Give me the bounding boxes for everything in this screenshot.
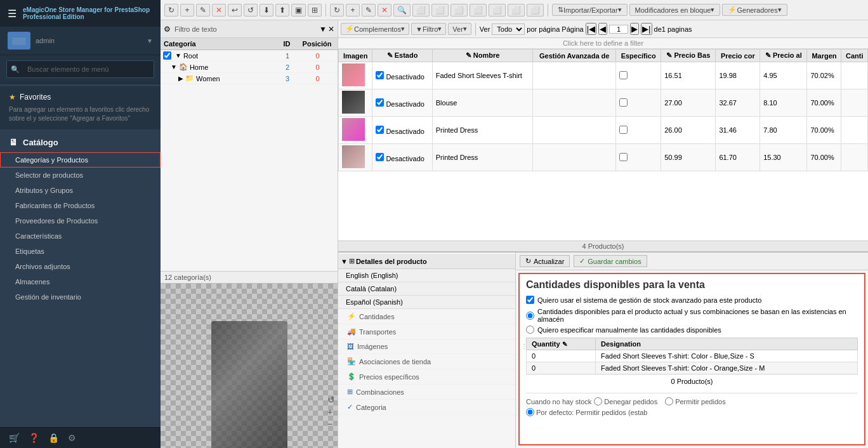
- estado-checkbox-2[interactable]: [376, 98, 384, 107]
- copy-button[interactable]: ⬜: [412, 4, 430, 16]
- importar-exportar-button[interactable]: ⇅ Importar/Exportar▾: [552, 4, 628, 16]
- expand-button[interactable]: ▣: [291, 4, 306, 16]
- first-page-button[interactable]: |◀: [586, 23, 596, 35]
- nav-item-precios[interactable]: 💲 Precios específicos: [338, 369, 515, 385]
- prev-page-button[interactable]: ◀: [598, 23, 607, 35]
- stock-checkbox[interactable]: [526, 296, 534, 304]
- hamburger-icon[interactable]: ☰: [8, 8, 16, 20]
- zoom-out-icon[interactable]: −: [327, 419, 335, 429]
- qty-row-2[interactable]: 0 Faded Short Sleeves T-shirt: Color - O…: [527, 362, 858, 374]
- tool5-button[interactable]: ⬜: [527, 4, 544, 16]
- add-button[interactable]: +: [180, 4, 194, 16]
- next-page-button[interactable]: ▶: [630, 23, 639, 35]
- root-checkbox[interactable]: [163, 51, 171, 60]
- sidebar-item-archivos-adjuntos[interactable]: Archivos adjuntos: [0, 259, 161, 274]
- delete2-button[interactable]: ✕: [378, 4, 391, 16]
- settings-icon[interactable]: ⚙: [68, 433, 76, 443]
- tree-row-home[interactable]: ▼ 🏠 Home 2 0: [161, 62, 338, 73]
- undo-button[interactable]: ↩: [228, 4, 242, 16]
- sidebar-item-gestion-inventario[interactable]: Gestión de inventario: [0, 289, 161, 305]
- refresh2-button[interactable]: ↻: [330, 4, 344, 16]
- filter-row[interactable]: Click here to define a filter: [338, 38, 868, 49]
- down-button[interactable]: ⬇: [260, 4, 273, 16]
- tree-row-root[interactable]: ▼ Root 1 0: [161, 50, 338, 62]
- nav-item-imagenes[interactable]: 🖼 Imágenes: [338, 339, 515, 354]
- page-number-input[interactable]: [609, 25, 628, 34]
- estado-checkbox-1[interactable]: [376, 71, 384, 79]
- tab-catala[interactable]: Català (Catalan): [338, 282, 515, 296]
- sidebar-item-fabricantes[interactable]: Fabricantes de Productos: [0, 198, 161, 213]
- sidebar-item-proveedores[interactable]: Proveedores de Productos: [0, 213, 161, 228]
- up-button[interactable]: ⬆: [275, 4, 289, 16]
- page-size-select[interactable]: Todo: [492, 23, 525, 35]
- sidebar-item-atributos-grupos[interactable]: Atributos y Grupos: [0, 183, 161, 198]
- actualizar-button[interactable]: ↻ Actualizar: [520, 255, 570, 267]
- table-row[interactable]: Desactivado Faded Short Sleeves T-shirt …: [339, 62, 868, 89]
- tool4-button[interactable]: ⬜: [508, 4, 525, 16]
- collapse-button[interactable]: ⊞: [308, 4, 322, 16]
- cart-icon[interactable]: 🛒: [9, 433, 20, 443]
- cantidades-icon: ⚡: [347, 312, 356, 320]
- table-row[interactable]: Desactivado Printed Dress 50.99 61.70 15…: [339, 144, 868, 171]
- nav-item-combinaciones[interactable]: ⊞ Combinaciones: [338, 385, 515, 400]
- nav-item-transportes[interactable]: 🚚 Transportes: [338, 324, 515, 339]
- drag-handle[interactable]: ⋮: [521, 343, 527, 350]
- tree-row-women[interactable]: ▶ 📁 Women 3 0: [161, 73, 338, 84]
- modificadores-button[interactable]: Modificadores en bloque▾: [629, 4, 721, 16]
- refresh-button[interactable]: ↻: [164, 4, 178, 16]
- sidebar-item-almacenes[interactable]: Almacenes: [0, 274, 161, 289]
- sidebar-item-categorias-productos[interactable]: Categorías y Productos: [0, 152, 161, 168]
- filtro-button[interactable]: ▼ Filtro▾: [411, 23, 446, 35]
- radio-almacen[interactable]: [526, 312, 534, 320]
- funnel-icon[interactable]: ▼: [319, 25, 327, 34]
- rotate-icon[interactable]: ↺: [327, 395, 335, 405]
- add2-button[interactable]: +: [346, 4, 360, 16]
- tool3-button[interactable]: ⬜: [489, 4, 506, 16]
- search-input[interactable]: [22, 63, 150, 76]
- redo-button[interactable]: ↺: [244, 4, 258, 16]
- radio-manual[interactable]: [526, 326, 534, 334]
- delete-button[interactable]: ✕: [212, 4, 226, 16]
- copy2-button[interactable]: ⬜: [431, 4, 449, 16]
- search2-button[interactable]: 🔍: [393, 4, 411, 16]
- edit-icon[interactable]: ✎: [562, 341, 567, 348]
- zoom-in-icon[interactable]: +: [327, 407, 335, 417]
- nav-item-cantidades[interactable]: ⚡ Cantidades: [338, 309, 515, 324]
- filter2-icon[interactable]: ✕: [328, 25, 334, 34]
- especifico-checkbox-1[interactable]: [619, 71, 628, 79]
- table-row[interactable]: Desactivado Blouse 27.00 32.67 8.10 70.0…: [339, 89, 868, 117]
- tool1-button[interactable]: ⬜: [450, 4, 468, 16]
- nav-item-asociaciones[interactable]: 🏪 Asociaciones de tienda: [338, 354, 515, 369]
- last-page-button[interactable]: ▶|: [641, 23, 652, 35]
- estado-checkbox-3[interactable]: [376, 126, 384, 134]
- sidebar-item-caracteristicas[interactable]: Características: [0, 228, 161, 244]
- col-estado: ✎ Estado: [372, 49, 432, 62]
- deny-radio[interactable]: [594, 397, 602, 405]
- allow-radio[interactable]: [665, 397, 673, 405]
- estado-checkbox-4[interactable]: [376, 153, 384, 161]
- sidebar-item-etiquetas[interactable]: Etiquetas: [0, 244, 161, 259]
- nav-item-categoria[interactable]: ✓ Categoria: [338, 400, 515, 415]
- lock-icon[interactable]: 🔒: [48, 433, 59, 443]
- especifico-checkbox-2[interactable]: [619, 98, 628, 107]
- especifico-checkbox-3[interactable]: [619, 126, 628, 134]
- generadores-button[interactable]: ⚡ Generadores▾: [722, 4, 787, 16]
- help-icon[interactable]: ❓: [29, 433, 39, 443]
- complementos-button[interactable]: ⚡ Complementos▾: [341, 23, 409, 35]
- sidebar-item-selector-productos[interactable]: Selector de productos: [0, 168, 161, 183]
- edit-button[interactable]: ✎: [196, 4, 210, 16]
- default-orders-label: Por defecto: Permitir pedidos (estab: [526, 408, 647, 416]
- default-radio[interactable]: [526, 408, 534, 416]
- tab-espanol[interactable]: Español (Spanish): [338, 296, 515, 309]
- ver-button[interactable]: Ver▾: [448, 23, 471, 35]
- dropdown-icon[interactable]: ▼: [147, 37, 153, 44]
- qty-row-1[interactable]: 0 Faded Short Sleeves T-shirt: Color - B…: [527, 350, 858, 362]
- cell-cantidad-4: [841, 144, 868, 171]
- edit2-button[interactable]: ✎: [362, 4, 376, 16]
- guardar-button[interactable]: ✓ Guardar cambios: [574, 255, 647, 267]
- table-row[interactable]: Desactivado Printed Dress 26.00 31.46 7.…: [339, 117, 868, 144]
- especifico-checkbox-4[interactable]: [619, 153, 628, 161]
- detail-expand-icon[interactable]: ▼: [341, 258, 348, 265]
- tool2-button[interactable]: ⬜: [470, 4, 487, 16]
- tab-english[interactable]: English (English): [338, 269, 515, 282]
